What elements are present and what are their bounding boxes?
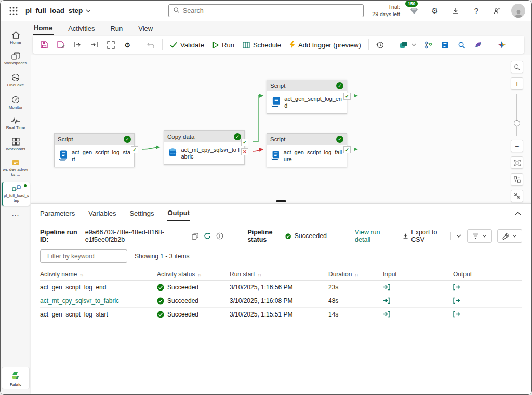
col-run-start[interactable]: Run start↑↓	[230, 271, 328, 278]
validate-button[interactable]: Validate	[167, 37, 207, 52]
view-run-detail-link[interactable]: View run detail	[355, 229, 391, 243]
node-copy-data[interactable]: Copy data ✓ act_mt_cpy_sqlsvr_to fabric …	[164, 130, 245, 165]
table-row[interactable]: act_mt_cpy_sqlsvr_to_fabric Succeeded 3/…	[40, 294, 522, 308]
on-success-port[interactable]: ✓	[241, 139, 248, 146]
pipeline-title-menu[interactable]: pl_full_load_step	[25, 7, 91, 15]
sidebar-item-home[interactable]: Home	[2, 29, 30, 48]
panel-resize-handle[interactable]	[276, 200, 286, 202]
copy-run-id-icon[interactable]	[191, 231, 199, 241]
node-script-log-failure[interactable]: Script ✓ act_gen_script_log_failure ✓	[267, 133, 347, 167]
toolbar-divider	[490, 40, 490, 50]
sidebar-item-realtime[interactable]: Real-Time	[2, 115, 30, 133]
copilot-button[interactable]	[495, 37, 509, 52]
help-icon[interactable]: ?	[470, 4, 483, 18]
sidebar-item-workloads[interactable]: Workloads	[2, 135, 30, 154]
zoom-in-button[interactable]: +	[511, 77, 523, 90]
export-options-chevron[interactable]	[455, 231, 463, 241]
table-row[interactable]: act_gen_script_log_end Succeeded 3/10/20…	[40, 281, 522, 294]
tab-output[interactable]: Output	[167, 209, 190, 221]
node-script-log-start[interactable]: Script ✓ act_gen_script_log_start ✓	[54, 133, 135, 167]
search-explore-button[interactable]	[455, 37, 469, 52]
pipeline-icon	[12, 185, 21, 192]
app-launcher-icon[interactable]	[7, 4, 20, 18]
assistant-button[interactable]	[471, 37, 486, 52]
download-icon[interactable]	[449, 4, 462, 18]
export-icon-button[interactable]	[87, 37, 101, 52]
zoom-slider[interactable]	[516, 94, 517, 136]
import-icon-button[interactable]	[70, 37, 85, 52]
tab-activities[interactable]: Activities	[67, 23, 96, 34]
success-status-icon: ✓	[336, 82, 343, 89]
tab-parameters[interactable]: Parameters	[40, 209, 75, 221]
tab-variables[interactable]: Variables	[88, 209, 116, 221]
tab-home[interactable]: Home	[33, 23, 54, 35]
save-as-button[interactable]	[54, 37, 68, 52]
sidebar-item-onelake[interactable]: OneLake	[2, 71, 30, 90]
pipeline-canvas[interactable]: Script ✓ act_gen_script_log_start ✓ Copy…	[31, 55, 531, 203]
sort-icon[interactable]: ↑↓	[197, 272, 201, 278]
output-icon[interactable]	[453, 297, 522, 304]
zoom-slider-handle[interactable]	[514, 120, 520, 126]
workloads-icon	[12, 138, 20, 146]
notebook-button[interactable]	[438, 37, 453, 52]
run-button[interactable]: Run	[209, 37, 237, 52]
run-history-button[interactable]	[373, 37, 388, 52]
sort-icon[interactable]: ↑↓	[354, 272, 358, 278]
sidebar-item-monitor[interactable]: Monitor	[2, 93, 30, 113]
input-icon[interactable]	[383, 297, 453, 304]
on-success-port[interactable]: ✓	[343, 93, 351, 100]
keyword-filter-input[interactable]	[47, 253, 128, 260]
collapse-panel-icon[interactable]	[515, 209, 521, 217]
trial-gem-icon[interactable]: 150	[407, 4, 421, 18]
global-search[interactable]	[168, 4, 364, 17]
sort-icon[interactable]: ↑↓	[79, 272, 83, 278]
output-icon[interactable]	[453, 284, 522, 291]
settings-gear-icon[interactable]: ⚙	[428, 4, 442, 18]
feedback-icon[interactable]	[490, 4, 504, 18]
activity-status: Succeeded	[157, 284, 230, 291]
tab-settings[interactable]: Settings	[129, 209, 154, 221]
sidebar-item-pipeline-active[interactable]: pl_full_load_step	[2, 182, 30, 206]
col-duration[interactable]: Duration↑↓	[328, 271, 383, 278]
sidebar-more-button[interactable]: ...	[12, 209, 20, 217]
sidebar-item-workspace-ws-dev[interactable]: ws-dev-advwrks-...	[2, 156, 30, 180]
resize-layout-button[interactable]	[103, 37, 118, 52]
search-input[interactable]	[183, 7, 359, 15]
zoom-out-button[interactable]: −	[511, 140, 523, 152]
auto-align-button[interactable]	[511, 173, 523, 186]
input-icon[interactable]	[383, 284, 453, 291]
table-row[interactable]: act_gen_script_log_start Succeeded 3/10/…	[40, 308, 522, 321]
col-activity-status[interactable]: Activity status↑↓	[157, 271, 230, 278]
canvas-search-button[interactable]	[511, 61, 523, 73]
save-button[interactable]	[37, 37, 51, 52]
add-trigger-button[interactable]: Add trigger (preview)	[286, 37, 364, 52]
info-icon[interactable]	[216, 231, 223, 241]
sidebar-item-workspaces[interactable]: Workspaces	[2, 50, 30, 69]
node-script-log-end[interactable]: Script ✓ act_gen_script_log_end ✓	[267, 80, 347, 114]
deployment-pipeline-button[interactable]	[396, 37, 419, 52]
on-failure-port[interactable]: ✕	[241, 148, 248, 155]
fabric-home-button[interactable]: Fabric	[2, 367, 30, 389]
export-csv-button[interactable]: Export to CSV	[403, 229, 446, 243]
undo-button[interactable]	[143, 37, 158, 52]
column-settings-button[interactable]	[497, 229, 522, 243]
schedule-button[interactable]: Schedule	[240, 37, 284, 52]
collapse-canvas-button[interactable]	[511, 190, 523, 202]
sort-icon[interactable]: ↑↓	[258, 272, 261, 278]
filter-button[interactable]	[467, 229, 492, 243]
col-activity-name[interactable]: Activity name↑↓	[40, 271, 157, 278]
output-icon[interactable]	[453, 311, 522, 318]
tab-run[interactable]: Run	[109, 23, 124, 34]
on-success-port[interactable]: ✓	[343, 146, 351, 153]
tab-view[interactable]: View	[137, 23, 154, 34]
activity-name-link[interactable]: act_mt_cpy_sqlsvr_to_fabric	[40, 297, 157, 305]
input-icon[interactable]	[383, 311, 453, 318]
source-control-button[interactable]	[421, 37, 436, 52]
pipeline-settings-button[interactable]: ⚙	[120, 37, 135, 52]
account-avatar[interactable]	[511, 4, 525, 18]
refresh-icon[interactable]	[204, 231, 211, 241]
keyword-filter[interactable]	[40, 249, 127, 263]
node-body: act_gen_script_log_end	[267, 91, 347, 113]
on-success-port[interactable]: ✓	[131, 146, 138, 153]
fit-to-screen-button[interactable]	[511, 156, 523, 169]
